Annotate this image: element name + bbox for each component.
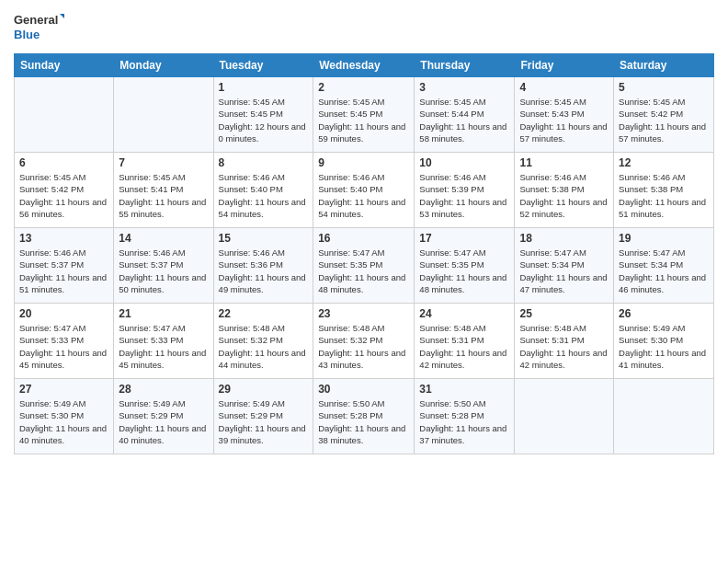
day-info: Sunrise: 5:45 AM Sunset: 5:42 PM Dayligh…: [19, 171, 108, 220]
calendar-cell: 1Sunrise: 5:45 AM Sunset: 5:45 PM Daylig…: [213, 77, 313, 153]
calendar-cell: [515, 379, 614, 454]
calendar-cell: 4Sunrise: 5:45 AM Sunset: 5:43 PM Daylig…: [515, 77, 614, 153]
day-info: Sunrise: 5:46 AM Sunset: 5:40 PM Dayligh…: [318, 171, 409, 220]
day-info: Sunrise: 5:47 AM Sunset: 5:34 PM Dayligh…: [619, 247, 709, 295]
calendar-cell: 12Sunrise: 5:46 AM Sunset: 5:38 PM Dayli…: [614, 153, 714, 228]
day-number: 15: [219, 232, 309, 245]
calendar-cell: 19Sunrise: 5:47 AM Sunset: 5:34 PM Dayli…: [614, 228, 714, 304]
day-info: Sunrise: 5:49 AM Sunset: 5:30 PM Dayligh…: [619, 322, 709, 371]
day-number: 11: [519, 156, 609, 169]
day-info: Sunrise: 5:45 AM Sunset: 5:43 PM Dayligh…: [519, 96, 609, 144]
day-number: 16: [318, 232, 409, 245]
calendar-cell: 8Sunrise: 5:46 AM Sunset: 5:40 PM Daylig…: [213, 153, 313, 228]
day-number: 26: [619, 307, 709, 320]
calendar-cell: 13Sunrise: 5:46 AM Sunset: 5:37 PM Dayli…: [15, 228, 114, 304]
day-number: 19: [619, 232, 709, 245]
day-number: 18: [519, 232, 609, 245]
calendar-cell: 10Sunrise: 5:46 AM Sunset: 5:39 PM Dayli…: [415, 153, 515, 228]
week-row-1: 1Sunrise: 5:45 AM Sunset: 5:45 PM Daylig…: [15, 77, 714, 153]
weekday-header-friday: Friday: [515, 54, 614, 77]
day-number: 17: [419, 232, 509, 245]
svg-text:Blue: Blue: [14, 28, 40, 41]
page: General Blue SundayMondayTuesdayWednesda…: [0, 0, 728, 563]
calendar-cell: 29Sunrise: 5:49 AM Sunset: 5:29 PM Dayli…: [213, 379, 313, 454]
day-number: 5: [619, 81, 709, 94]
day-info: Sunrise: 5:46 AM Sunset: 5:36 PM Dayligh…: [219, 247, 309, 295]
day-info: Sunrise: 5:48 AM Sunset: 5:32 PM Dayligh…: [318, 322, 409, 371]
day-number: 12: [619, 156, 709, 169]
day-number: 23: [318, 307, 409, 320]
svg-text:General: General: [14, 13, 58, 27]
day-info: Sunrise: 5:47 AM Sunset: 5:35 PM Dayligh…: [419, 247, 509, 295]
weekday-header-wednesday: Wednesday: [313, 54, 415, 77]
weekday-header-row: SundayMondayTuesdayWednesdayThursdayFrid…: [15, 54, 714, 77]
day-info: Sunrise: 5:50 AM Sunset: 5:28 PM Dayligh…: [318, 397, 409, 446]
day-info: Sunrise: 5:48 AM Sunset: 5:31 PM Dayligh…: [419, 322, 509, 371]
calendar-cell: 31Sunrise: 5:50 AM Sunset: 5:28 PM Dayli…: [415, 379, 515, 454]
day-number: 13: [19, 232, 108, 245]
weekday-header-saturday: Saturday: [614, 54, 714, 77]
week-row-2: 6Sunrise: 5:45 AM Sunset: 5:42 PM Daylig…: [15, 153, 714, 228]
day-info: Sunrise: 5:48 AM Sunset: 5:31 PM Dayligh…: [519, 322, 609, 371]
day-number: 22: [219, 307, 309, 320]
day-info: Sunrise: 5:48 AM Sunset: 5:32 PM Dayligh…: [219, 322, 309, 371]
day-number: 14: [119, 232, 208, 245]
calendar-cell: 26Sunrise: 5:49 AM Sunset: 5:30 PM Dayli…: [614, 304, 714, 379]
day-number: 10: [419, 156, 509, 169]
weekday-header-sunday: Sunday: [15, 54, 114, 77]
calendar-cell: 17Sunrise: 5:47 AM Sunset: 5:35 PM Dayli…: [415, 228, 515, 304]
day-number: 9: [318, 156, 409, 169]
calendar-cell: 30Sunrise: 5:50 AM Sunset: 5:28 PM Dayli…: [313, 379, 415, 454]
day-number: 8: [219, 156, 309, 169]
day-number: 3: [419, 81, 509, 94]
calendar-cell: 28Sunrise: 5:49 AM Sunset: 5:29 PM Dayli…: [114, 379, 213, 454]
svg-marker-2: [60, 14, 64, 21]
calendar-cell: 6Sunrise: 5:45 AM Sunset: 5:42 PM Daylig…: [15, 153, 114, 228]
day-info: Sunrise: 5:45 AM Sunset: 5:45 PM Dayligh…: [219, 96, 309, 144]
day-number: 7: [119, 156, 208, 169]
day-info: Sunrise: 5:46 AM Sunset: 5:37 PM Dayligh…: [119, 247, 208, 295]
calendar-cell: 11Sunrise: 5:46 AM Sunset: 5:38 PM Dayli…: [515, 153, 614, 228]
day-number: 31: [419, 383, 509, 396]
calendar-cell: [614, 379, 714, 454]
day-info: Sunrise: 5:47 AM Sunset: 5:35 PM Dayligh…: [318, 247, 409, 295]
weekday-header-monday: Monday: [114, 54, 213, 77]
calendar-cell: 27Sunrise: 5:49 AM Sunset: 5:30 PM Dayli…: [15, 379, 114, 454]
day-info: Sunrise: 5:45 AM Sunset: 5:45 PM Dayligh…: [318, 96, 409, 144]
day-number: 24: [419, 307, 509, 320]
calendar-cell: 20Sunrise: 5:47 AM Sunset: 5:33 PM Dayli…: [15, 304, 114, 379]
day-info: Sunrise: 5:49 AM Sunset: 5:30 PM Dayligh…: [19, 397, 108, 446]
day-info: Sunrise: 5:46 AM Sunset: 5:38 PM Dayligh…: [519, 171, 609, 220]
header: General Blue: [14, 9, 714, 46]
day-info: Sunrise: 5:46 AM Sunset: 5:37 PM Dayligh…: [19, 247, 108, 295]
day-number: 1: [219, 81, 309, 94]
day-info: Sunrise: 5:46 AM Sunset: 5:39 PM Dayligh…: [419, 171, 509, 220]
calendar-cell: 9Sunrise: 5:46 AM Sunset: 5:40 PM Daylig…: [313, 153, 415, 228]
day-info: Sunrise: 5:47 AM Sunset: 5:33 PM Dayligh…: [119, 322, 208, 371]
week-row-3: 13Sunrise: 5:46 AM Sunset: 5:37 PM Dayli…: [15, 228, 714, 304]
day-info: Sunrise: 5:49 AM Sunset: 5:29 PM Dayligh…: [119, 397, 208, 446]
weekday-header-thursday: Thursday: [415, 54, 515, 77]
calendar-cell: 2Sunrise: 5:45 AM Sunset: 5:45 PM Daylig…: [313, 77, 415, 153]
day-number: 2: [318, 81, 409, 94]
calendar-cell: [15, 77, 114, 153]
weekday-header-tuesday: Tuesday: [213, 54, 313, 77]
day-info: Sunrise: 5:50 AM Sunset: 5:28 PM Dayligh…: [419, 397, 509, 446]
calendar: SundayMondayTuesdayWednesdayThursdayFrid…: [14, 53, 714, 454]
day-number: 27: [19, 383, 108, 396]
calendar-cell: 18Sunrise: 5:47 AM Sunset: 5:34 PM Dayli…: [515, 228, 614, 304]
calendar-cell: 3Sunrise: 5:45 AM Sunset: 5:44 PM Daylig…: [415, 77, 515, 153]
week-row-4: 20Sunrise: 5:47 AM Sunset: 5:33 PM Dayli…: [15, 304, 714, 379]
day-info: Sunrise: 5:45 AM Sunset: 5:41 PM Dayligh…: [119, 171, 208, 220]
day-number: 4: [519, 81, 609, 94]
calendar-cell: [114, 77, 213, 153]
day-info: Sunrise: 5:47 AM Sunset: 5:34 PM Dayligh…: [519, 247, 609, 295]
logo: General Blue: [14, 9, 64, 46]
calendar-cell: 23Sunrise: 5:48 AM Sunset: 5:32 PM Dayli…: [313, 304, 415, 379]
day-number: 21: [119, 307, 208, 320]
day-number: 20: [19, 307, 108, 320]
day-number: 29: [219, 383, 309, 396]
calendar-cell: 5Sunrise: 5:45 AM Sunset: 5:42 PM Daylig…: [614, 77, 714, 153]
day-number: 25: [519, 307, 609, 320]
calendar-cell: 7Sunrise: 5:45 AM Sunset: 5:41 PM Daylig…: [114, 153, 213, 228]
